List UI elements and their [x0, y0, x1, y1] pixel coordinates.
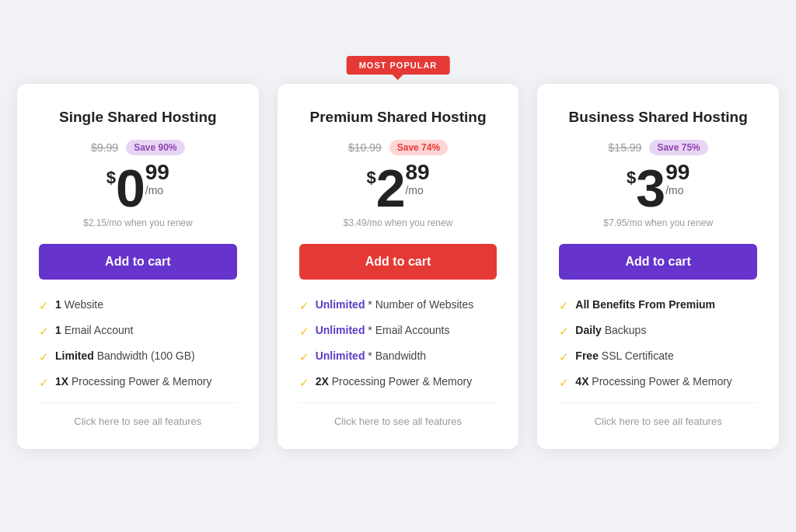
- feature-item: ✓4X Processing Power & Memory: [559, 375, 757, 390]
- feature-text: Unlimited * Email Accounts: [316, 324, 450, 336]
- feature-item: ✓Unlimited * Email Accounts: [299, 324, 498, 339]
- feature-bold-text: Unlimited: [316, 324, 365, 336]
- original-price: $9.99: [91, 141, 118, 154]
- renew-text: $7.95/mo when you renew: [559, 217, 757, 228]
- price-main-number: 3: [636, 162, 665, 214]
- save-badge: Save 90%: [126, 140, 184, 155]
- check-icon: ✓: [39, 376, 49, 390]
- original-price: $10.99: [348, 141, 382, 154]
- plan-wrapper-business: Business Shared Hosting$15.99Save 75%$39…: [537, 84, 779, 449]
- save-badge: Save 75%: [649, 140, 707, 155]
- divider: [559, 402, 757, 403]
- feature-bold-text: 1X: [55, 375, 68, 388]
- check-icon: ✓: [299, 299, 309, 313]
- feature-item: ✓2X Processing Power & Memory: [299, 375, 498, 390]
- features-list: ✓1 Website✓1 Email Account✓Limited Bandw…: [39, 298, 237, 390]
- check-icon: ✓: [299, 350, 309, 364]
- renew-text: $2.15/mo when you renew: [39, 217, 237, 228]
- price-dollar-sign: $: [366, 168, 375, 188]
- plan-title: Premium Shared Hosting: [299, 109, 498, 126]
- see-all-features-link[interactable]: Click here to see all features: [39, 416, 237, 427]
- feature-item: ✓1 Website: [39, 298, 237, 313]
- renew-text: $3.49/mo when you renew: [299, 217, 498, 228]
- price-row: $15.99Save 75%: [559, 140, 757, 155]
- price-cents-mo: 89/mo: [405, 162, 429, 203]
- feature-item: ✓Free SSL Certificate: [559, 349, 757, 364]
- feature-bold-text: Unlimited: [316, 349, 365, 362]
- price-display: $289/mo: [299, 162, 498, 214]
- plan-title: Single Shared Hosting: [39, 109, 237, 126]
- features-list: ✓All Benefits From Premium✓Daily Backups…: [559, 298, 757, 390]
- feature-bold-text: 1: [55, 324, 61, 336]
- see-all-features-link[interactable]: Click here to see all features: [559, 416, 757, 427]
- save-badge: Save 74%: [389, 140, 448, 155]
- feature-bold-text: Free: [575, 349, 599, 362]
- plan-card-premium: Premium Shared Hosting$10.99Save 74%$289…: [278, 84, 519, 449]
- price-row: $10.99Save 74%: [299, 140, 498, 155]
- pricing-container: Single Shared Hosting$9.99Save 90%$099/m…: [17, 84, 779, 449]
- price-mo: /mo: [145, 183, 163, 199]
- feature-text: 1 Email Account: [55, 324, 133, 336]
- plan-wrapper-premium: MOST POPULARPremium Shared Hosting$10.99…: [278, 84, 519, 449]
- plan-title: Business Shared Hosting: [559, 109, 757, 126]
- price-cents: 99: [665, 162, 690, 183]
- price-cents: 89: [405, 162, 429, 183]
- feature-bold-text: 4X: [575, 375, 588, 388]
- price-cents-mo: 99/mo: [665, 162, 690, 203]
- check-icon: ✓: [39, 350, 49, 364]
- price-main-number: 2: [376, 162, 406, 214]
- price-mo: /mo: [405, 183, 423, 199]
- feature-bold-text: Limited: [55, 349, 94, 362]
- feature-text: 1 Website: [55, 298, 103, 311]
- feature-text: Daily Backups: [575, 324, 646, 336]
- price-row: $9.99Save 90%: [39, 140, 237, 155]
- feature-bold-text: 2X: [316, 375, 329, 388]
- feature-text: 1X Processing Power & Memory: [55, 375, 212, 388]
- feature-text: Unlimited * Bandwidth: [316, 349, 426, 362]
- price-mo: /mo: [665, 183, 683, 199]
- add-to-cart-button[interactable]: Add to cart: [39, 244, 237, 280]
- feature-item: ✓1X Processing Power & Memory: [39, 375, 237, 390]
- feature-text: 2X Processing Power & Memory: [316, 375, 473, 388]
- feature-item: ✓All Benefits From Premium: [559, 298, 757, 313]
- price-dollar-sign: $: [106, 168, 116, 188]
- feature-text: Limited Bandwidth (100 GB): [55, 349, 195, 362]
- check-icon: ✓: [39, 325, 49, 339]
- feature-item: ✓Limited Bandwidth (100 GB): [39, 349, 237, 364]
- divider: [299, 402, 498, 403]
- add-to-cart-button[interactable]: Add to cart: [559, 244, 757, 280]
- see-all-features-link[interactable]: Click here to see all features: [299, 416, 498, 427]
- feature-bold-text: All Benefits From Premium: [575, 298, 715, 311]
- price-main-number: 0: [116, 162, 145, 214]
- divider: [39, 402, 237, 403]
- features-list: ✓Unlimited * Number of Websites✓Unlimite…: [299, 298, 498, 390]
- check-icon: ✓: [39, 299, 49, 313]
- feature-text: All Benefits From Premium: [575, 298, 715, 311]
- plan-card-single: Single Shared Hosting$9.99Save 90%$099/m…: [17, 84, 259, 449]
- feature-text: Unlimited * Number of Websites: [316, 298, 474, 311]
- price-display: $399/mo: [559, 162, 757, 214]
- feature-bold-text: Daily: [575, 324, 601, 336]
- price-display: $099/mo: [39, 162, 237, 214]
- feature-bold-text: Unlimited: [316, 298, 365, 311]
- plan-card-business: Business Shared Hosting$15.99Save 75%$39…: [537, 84, 779, 449]
- price-cents-mo: 99/mo: [145, 162, 169, 203]
- feature-item: ✓Unlimited * Number of Websites: [299, 298, 498, 313]
- feature-bold-text: 1: [55, 298, 61, 311]
- original-price: $15.99: [609, 141, 642, 154]
- add-to-cart-button[interactable]: Add to cart: [299, 244, 498, 280]
- check-icon: ✓: [299, 376, 309, 390]
- feature-item: ✓Daily Backups: [559, 324, 757, 339]
- feature-text: Free SSL Certificate: [575, 349, 673, 362]
- most-popular-badge: MOST POPULAR: [347, 56, 450, 75]
- price-dollar-sign: $: [627, 168, 636, 188]
- plan-wrapper-single: Single Shared Hosting$9.99Save 90%$099/m…: [17, 84, 259, 449]
- feature-item: ✓1 Email Account: [39, 324, 237, 339]
- check-icon: ✓: [559, 376, 569, 390]
- check-icon: ✓: [559, 350, 569, 364]
- check-icon: ✓: [299, 325, 309, 339]
- feature-text: 4X Processing Power & Memory: [575, 375, 732, 388]
- check-icon: ✓: [559, 299, 569, 313]
- check-icon: ✓: [559, 325, 569, 339]
- feature-item: ✓Unlimited * Bandwidth: [299, 349, 498, 364]
